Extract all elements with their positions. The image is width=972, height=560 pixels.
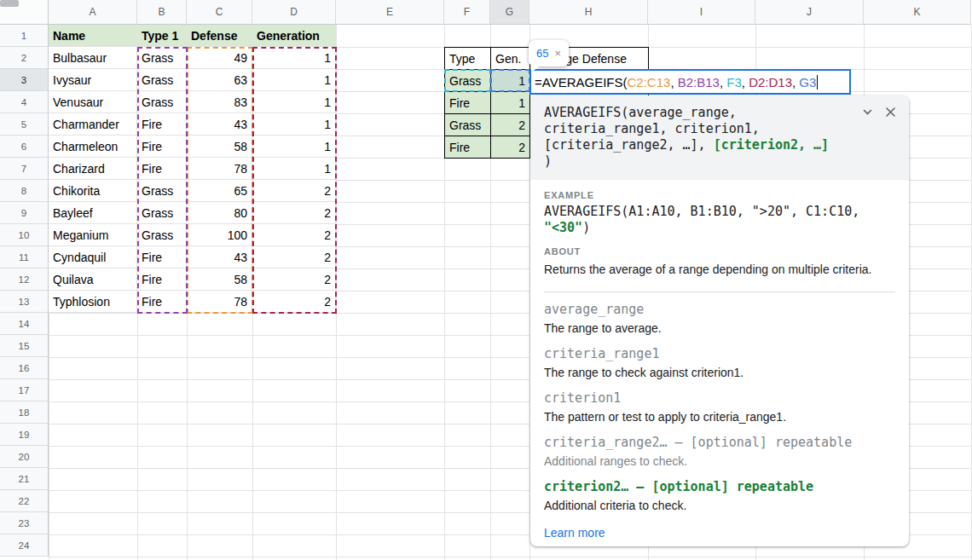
cell-C13[interactable]: 78 — [187, 291, 252, 313]
column-header-J[interactable]: J — [755, 0, 864, 25]
cell-F6[interactable]: Fire — [445, 136, 491, 159]
cell-G2[interactable]: Gen. — [491, 48, 530, 70]
row-header-20[interactable]: 20 — [0, 446, 49, 468]
cell-D5[interactable]: 1 — [252, 113, 336, 136]
preview-close-icon[interactable]: × — [554, 47, 561, 60]
row-header-24[interactable]: 24 — [0, 534, 49, 557]
cell-A6[interactable]: Charmeleon — [49, 136, 137, 158]
cell-B4[interactable]: Grass — [137, 91, 187, 113]
row-header-9[interactable]: 9 — [0, 202, 49, 224]
cell-D4[interactable]: 1 — [252, 91, 336, 113]
formula-editor[interactable]: =AVERAGEIFS(C2:C13, B2:B13, F3, D2:D13, … — [529, 69, 851, 95]
cell-F3[interactable]: Grass — [445, 70, 491, 92]
cell-A8[interactable]: Chikorita — [49, 180, 137, 202]
cell-C10[interactable]: 100 — [187, 224, 252, 246]
row-header-6[interactable]: 6 — [0, 136, 49, 158]
cell-G3[interactable]: 1 — [491, 70, 530, 92]
cell-D2[interactable]: 1 — [252, 47, 336, 69]
cell-A4[interactable]: Venusaur — [49, 91, 137, 113]
cell-B5[interactable]: Fire — [137, 113, 187, 136]
row-header-14[interactable]: 14 — [0, 313, 49, 335]
cell-A2[interactable]: Bulbasaur — [49, 47, 137, 69]
header-cell-A1[interactable]: Name — [49, 25, 137, 47]
header-cell-C1[interactable]: Defense — [187, 25, 252, 47]
cell-F5[interactable]: Grass — [445, 114, 491, 136]
cell-B10[interactable]: Grass — [137, 224, 187, 246]
cell-B7[interactable]: Fire — [137, 158, 187, 180]
row-header-3[interactable]: 3 — [0, 69, 49, 91]
row-header-1[interactable]: 1 — [0, 25, 49, 47]
row-header-11[interactable]: 11 — [0, 246, 49, 268]
row-header-23[interactable]: 23 — [0, 512, 49, 534]
cell-F4[interactable]: Fire — [445, 92, 491, 114]
cell-C12[interactable]: 58 — [187, 268, 252, 291]
cell-C6[interactable]: 58 — [187, 136, 252, 158]
cell-A10[interactable]: Meganium — [49, 224, 137, 246]
row-header-13[interactable]: 13 — [0, 291, 49, 313]
row-header-10[interactable]: 10 — [0, 224, 49, 246]
cell-G6[interactable]: 2 — [491, 136, 530, 159]
column-header-F[interactable]: F — [444, 0, 490, 25]
cell-D13[interactable]: 2 — [252, 291, 336, 313]
column-header-B[interactable]: B — [137, 0, 187, 25]
column-header-I[interactable]: I — [648, 0, 755, 25]
row-header-19[interactable]: 19 — [0, 424, 49, 446]
cell-A11[interactable]: Cyndaquil — [49, 246, 137, 268]
row-header-21[interactable]: 21 — [0, 468, 49, 490]
cell-D9[interactable]: 2 — [252, 202, 336, 224]
cell-B12[interactable]: Fire — [137, 268, 187, 291]
cell-C2[interactable]: 49 — [187, 47, 252, 69]
column-header-D[interactable]: D — [252, 0, 336, 25]
cell-A13[interactable]: Typhlosion — [49, 291, 137, 313]
cell-C9[interactable]: 80 — [187, 202, 252, 224]
cell-G5[interactable]: 2 — [491, 114, 530, 136]
learn-more-link[interactable]: Learn more — [544, 526, 605, 540]
row-header-5[interactable]: 5 — [0, 113, 49, 136]
cell-D12[interactable]: 2 — [252, 268, 336, 291]
cell-C5[interactable]: 43 — [187, 113, 252, 136]
cell-B9[interactable]: Grass — [137, 202, 187, 224]
row-header-2[interactable]: 2 — [0, 47, 49, 69]
row-header-16[interactable]: 16 — [0, 357, 49, 379]
cell-D3[interactable]: 1 — [252, 69, 336, 91]
collapse-chevron-icon[interactable] — [861, 106, 874, 118]
cell-D11[interactable]: 2 — [252, 246, 336, 268]
cell-F2[interactable]: Type — [445, 48, 491, 70]
row-header-22[interactable]: 22 — [0, 490, 49, 512]
cell-B3[interactable]: Grass — [137, 69, 187, 91]
column-header-K[interactable]: K — [864, 0, 971, 25]
cell-A12[interactable]: Quilava — [49, 268, 137, 291]
row-header-7[interactable]: 7 — [0, 158, 49, 180]
cell-A5[interactable]: Charmander — [49, 113, 137, 136]
cell-D10[interactable]: 2 — [252, 224, 336, 246]
cell-B2[interactable]: Grass — [137, 47, 187, 69]
column-header-C[interactable]: C — [187, 0, 252, 25]
cell-B8[interactable]: Grass — [137, 180, 187, 202]
cell-B6[interactable]: Fire — [137, 136, 187, 158]
cell-C3[interactable]: 63 — [187, 69, 252, 91]
cell-C8[interactable]: 65 — [187, 180, 252, 202]
row-header-8[interactable]: 8 — [0, 180, 49, 202]
cell-D6[interactable]: 1 — [252, 136, 336, 158]
cell-C7[interactable]: 78 — [187, 158, 252, 180]
column-header-G[interactable]: G — [490, 0, 529, 25]
column-header-E[interactable]: E — [336, 0, 444, 25]
cell-A3[interactable]: Ivysaur — [49, 69, 137, 91]
cell-D7[interactable]: 1 — [252, 158, 336, 180]
row-header-17[interactable]: 17 — [0, 379, 49, 401]
cell-A7[interactable]: Charizard — [49, 158, 137, 180]
row-header-4[interactable]: 4 — [0, 91, 49, 113]
cell-B11[interactable]: Fire — [137, 246, 187, 268]
popup-close-icon[interactable] — [884, 106, 897, 118]
column-header-A[interactable]: A — [49, 0, 137, 25]
cell-B13[interactable]: Fire — [137, 291, 187, 313]
row-header-18[interactable]: 18 — [0, 401, 49, 424]
cell-A9[interactable]: Bayleef — [49, 202, 137, 224]
select-all-corner[interactable] — [0, 0, 49, 25]
cell-C11[interactable]: 43 — [187, 246, 252, 268]
header-cell-D1[interactable]: Generation — [252, 25, 336, 47]
cell-G4[interactable]: 1 — [491, 92, 530, 114]
cell-C4[interactable]: 83 — [187, 91, 252, 113]
cell-D8[interactable]: 2 — [252, 180, 336, 202]
row-header-15[interactable]: 15 — [0, 335, 49, 357]
